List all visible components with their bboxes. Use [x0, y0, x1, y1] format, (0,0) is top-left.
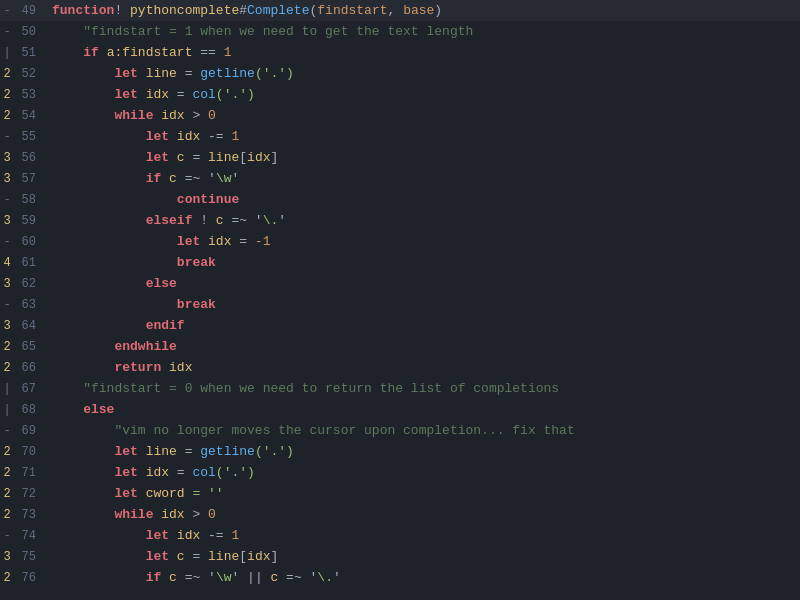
gutter-sign: 2	[0, 505, 14, 526]
gutter-sign: 3	[0, 211, 14, 232]
line-content: endwhile	[44, 336, 800, 357]
gutter-sign: -	[0, 526, 14, 547]
gutter-sign: |	[0, 379, 14, 400]
gutter-sign: 3	[0, 547, 14, 568]
gutter-sign: -	[0, 295, 14, 316]
line-number: 71	[14, 463, 44, 484]
code-line: 254 while idx > 0	[0, 105, 800, 126]
code-line: 357 if c =~ '\w'	[0, 168, 800, 189]
code-line: 271 let idx = col('.')	[0, 462, 800, 483]
gutter-sign: 3	[0, 169, 14, 190]
line-number: 66	[14, 358, 44, 379]
gutter-sign: |	[0, 400, 14, 421]
line-content: while idx > 0	[44, 504, 800, 525]
line-number: 56	[14, 148, 44, 169]
line-number: 51	[14, 43, 44, 64]
line-number: 52	[14, 64, 44, 85]
code-line: 359 elseif ! c =~ '\.'	[0, 210, 800, 231]
line-number: 76	[14, 568, 44, 589]
code-line: 364 endif	[0, 315, 800, 336]
code-line: 273 while idx > 0	[0, 504, 800, 525]
line-number: 69	[14, 421, 44, 442]
line-content: function! pythoncomplete#Complete(findst…	[44, 0, 800, 21]
code-line: 272 let cword = ''	[0, 483, 800, 504]
code-line: |67 "findstart = 0 when we need to retur…	[0, 378, 800, 399]
line-number: 49	[14, 1, 44, 22]
code-line: 362 else	[0, 273, 800, 294]
code-line: 461 break	[0, 252, 800, 273]
line-content: "vim no longer moves the cursor upon com…	[44, 420, 800, 441]
line-content: break	[44, 252, 800, 273]
code-line: -60 let idx = -1	[0, 231, 800, 252]
gutter-sign: -	[0, 127, 14, 148]
line-content: let line = getline('.')	[44, 63, 800, 84]
gutter-sign: 2	[0, 442, 14, 463]
line-number: 61	[14, 253, 44, 274]
line-number: 53	[14, 85, 44, 106]
gutter-sign: -	[0, 232, 14, 253]
gutter-sign: -	[0, 22, 14, 43]
gutter-sign: 3	[0, 316, 14, 337]
line-content: else	[44, 399, 800, 420]
gutter-sign: 2	[0, 106, 14, 127]
gutter-sign: -	[0, 190, 14, 211]
line-number: 58	[14, 190, 44, 211]
line-number: 70	[14, 442, 44, 463]
line-number: 64	[14, 316, 44, 337]
line-number: 67	[14, 379, 44, 400]
code-line: |68 else	[0, 399, 800, 420]
code-line: -58 continue	[0, 189, 800, 210]
code-line: -55 let idx -= 1	[0, 126, 800, 147]
line-content: break	[44, 294, 800, 315]
line-content: let idx -= 1	[44, 525, 800, 546]
line-number: 68	[14, 400, 44, 421]
line-content: endif	[44, 315, 800, 336]
line-content: let idx = col('.')	[44, 84, 800, 105]
line-content: let line = getline('.')	[44, 441, 800, 462]
line-content: if c =~ '\w'	[44, 168, 800, 189]
line-number: 54	[14, 106, 44, 127]
line-number: 50	[14, 22, 44, 43]
code-line: 253 let idx = col('.')	[0, 84, 800, 105]
gutter-sign: 2	[0, 463, 14, 484]
line-content: "findstart = 1 when we need to get the t…	[44, 21, 800, 42]
gutter-sign: 2	[0, 64, 14, 85]
line-content: "findstart = 0 when we need to return th…	[44, 378, 800, 399]
line-content: if a:findstart == 1	[44, 42, 800, 63]
line-content: let c = line[idx]	[44, 147, 800, 168]
line-number: 55	[14, 127, 44, 148]
code-line: -69 "vim no longer moves the cursor upon…	[0, 420, 800, 441]
gutter-sign: 2	[0, 85, 14, 106]
gutter-sign: -	[0, 421, 14, 442]
gutter-sign: |	[0, 43, 14, 64]
line-content: let idx = -1	[44, 231, 800, 252]
line-number: 73	[14, 505, 44, 526]
gutter-sign: 2	[0, 337, 14, 358]
line-content: let c = line[idx]	[44, 546, 800, 567]
code-editor: -49function! pythoncomplete#Complete(fin…	[0, 0, 800, 600]
code-line: 266 return idx	[0, 357, 800, 378]
gutter-sign: 2	[0, 484, 14, 505]
line-number: 59	[14, 211, 44, 232]
gutter-sign: -	[0, 1, 14, 22]
code-line: -74 let idx -= 1	[0, 525, 800, 546]
line-number: 72	[14, 484, 44, 505]
gutter-sign: 4	[0, 253, 14, 274]
code-line: 265 endwhile	[0, 336, 800, 357]
gutter-sign: 2	[0, 358, 14, 379]
code-line: 375 let c = line[idx]	[0, 546, 800, 567]
line-content: if c =~ '\w' || c =~ '\.'	[44, 567, 800, 588]
code-line: 356 let c = line[idx]	[0, 147, 800, 168]
line-number: 57	[14, 169, 44, 190]
line-content: let idx -= 1	[44, 126, 800, 147]
line-number: 62	[14, 274, 44, 295]
line-number: 75	[14, 547, 44, 568]
code-line: |51 if a:findstart == 1	[0, 42, 800, 63]
code-line: 252 let line = getline('.')	[0, 63, 800, 84]
gutter-sign: 2	[0, 568, 14, 589]
line-number: 60	[14, 232, 44, 253]
line-content: return idx	[44, 357, 800, 378]
line-content: let idx = col('.')	[44, 462, 800, 483]
code-line: -63 break	[0, 294, 800, 315]
line-content: else	[44, 273, 800, 294]
